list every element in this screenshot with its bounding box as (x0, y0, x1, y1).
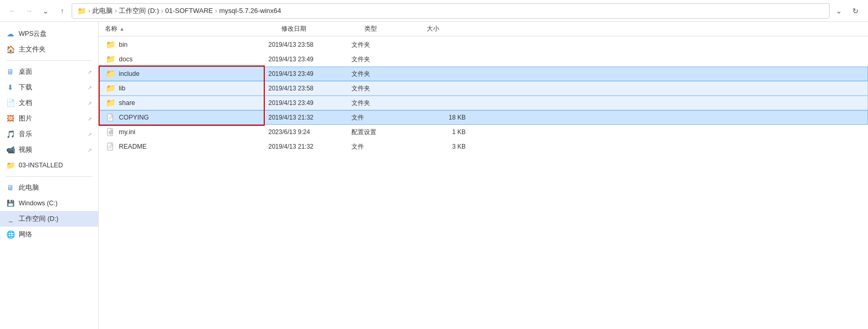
sidebar-item-pics[interactable]: 🖼 图片 ➚ (0, 111, 98, 126)
sidebar-label-home: 主文件夹 (19, 45, 92, 54)
file-icon-readme (105, 141, 116, 152)
file-name-cell-myini: my.ini (105, 127, 268, 137)
thispc-icon: 🖥 (6, 183, 15, 192)
file-row-docs[interactable]: 📁 docs 2019/4/13 23:49 文件夹 (99, 52, 868, 67)
file-row-share[interactable]: 📁 share 2019/4/13 23:49 文件夹 (99, 96, 868, 110)
network-icon: 🌐 (6, 230, 15, 239)
file-type-lib: 文件夹 (351, 84, 414, 93)
sidebar-item-windows[interactable]: 💾 Windows (C:) (0, 195, 98, 211)
sidebar-item-videos[interactable]: 📹 视频 ➚ (0, 142, 98, 157)
work-icon: ⎯ (6, 215, 15, 223)
col-date-header[interactable]: 修改日期 (281, 24, 364, 33)
sidebar-item-work[interactable]: ⎯ 工作空间 (D:) (0, 211, 98, 227)
file-name-cell-copying: COPYING (105, 112, 268, 123)
svg-point-6 (110, 132, 111, 133)
pics-icon: 🖼 (6, 114, 15, 123)
file-row-include[interactable]: 📁 include 2019/4/13 23:49 文件夹 (99, 67, 868, 81)
file-row-lib[interactable]: 📁 lib 2019/4/13 23:58 文件夹 (99, 81, 868, 96)
videos-pin: ➚ (88, 147, 92, 153)
path-sep3: › (215, 7, 217, 15)
file-list: 📁 bin 2019/4/13 23:58 文件夹 📁 docs 2019/4/… (99, 36, 868, 155)
sidebar-item-desktop[interactable]: 🖥 桌面 ➚ (0, 64, 98, 80)
file-size-readme: 3 KB (414, 143, 466, 150)
downloads-pin: ➚ (88, 85, 92, 90)
back-button[interactable]: ← (5, 4, 20, 18)
dropdown-button[interactable]: ⌄ (38, 4, 53, 18)
folder-icon: 📁 (77, 7, 86, 15)
sidebar-label-installed: 03-INSTALLED (19, 162, 92, 169)
sidebar-item-docs[interactable]: 📄 文档 ➚ (0, 95, 98, 111)
file-name-lib: lib (119, 85, 126, 92)
file-name-docs: docs (119, 56, 132, 63)
sidebar-label-music: 音乐 (19, 130, 84, 139)
folder-icon-bin: 📁 (105, 40, 116, 50)
sidebar-label-desktop: 桌面 (19, 68, 84, 76)
path-mysql[interactable]: mysql-5.7.26-winx64 (219, 7, 281, 15)
sidebar-label-thispc: 此电脑 (19, 183, 92, 192)
address-dropdown-button[interactable]: ⌄ (832, 4, 846, 18)
refresh-button[interactable]: ↻ (848, 4, 863, 18)
docs-icon: 📄 (6, 99, 15, 107)
svg-rect-0 (107, 114, 113, 121)
file-row-readme[interactable]: README 2019/4/13 21:32 文件 3 KB (99, 139, 868, 154)
sidebar-label-videos: 视频 (19, 146, 84, 154)
sidebar-label-docs: 文档 (19, 99, 84, 108)
col-type-header[interactable]: 类型 (364, 24, 427, 33)
sidebar-item-network[interactable]: 🌐 网络 (0, 227, 98, 242)
sidebar-divider-1 (6, 60, 92, 61)
sidebar-item-home[interactable]: 🏠 主文件夹 (0, 42, 98, 57)
file-area: 名称 ▲ 修改日期 类型 大小 📁 bin 2019/4/13 23:58 文件… (99, 22, 868, 329)
file-name-cell-lib: 📁 lib (105, 83, 268, 94)
file-type-docs: 文件夹 (351, 55, 414, 64)
sidebar-item-wps[interactable]: ☁ WPS云盘 (0, 26, 98, 42)
file-type-include: 文件夹 (351, 70, 414, 78)
file-name-cell-docs: 📁 docs (105, 54, 268, 64)
file-size-copying: 18 KB (414, 114, 466, 121)
file-name-include: include (119, 70, 140, 77)
path-thispc[interactable]: 此电脑 (92, 6, 113, 16)
file-size-myini: 1 KB (414, 128, 466, 136)
forward-button[interactable]: → (22, 4, 36, 18)
file-date-bin: 2019/4/13 23:58 (268, 41, 351, 48)
file-date-copying: 2019/4/13 21:32 (268, 114, 351, 121)
path-software[interactable]: 01-SOFTWARE (165, 7, 213, 15)
svg-rect-7 (107, 143, 113, 150)
file-icon-myini (105, 127, 116, 137)
sidebar-label-wps: WPS云盘 (19, 30, 92, 38)
file-type-readme: 文件 (351, 142, 414, 151)
file-name-copying: COPYING (119, 114, 149, 121)
path-separator: › (88, 7, 90, 15)
file-date-lib: 2019/4/13 23:58 (268, 85, 351, 92)
file-row-copying[interactable]: COPYING 2019/4/13 21:32 文件 18 KB (99, 110, 868, 125)
address-path: 📁 › 此电脑 › 工作空间 (D:) › 01-SOFTWARE › mysq… (72, 3, 830, 19)
file-type-share: 文件夹 (351, 99, 414, 108)
sidebar-label-downloads: 下载 (19, 83, 84, 92)
path-work[interactable]: 工作空间 (D:) (119, 6, 159, 16)
file-name-cell-readme: README (105, 141, 268, 152)
col-name-header[interactable]: 名称 ▲ (105, 24, 281, 33)
windows-icon: 💾 (6, 199, 15, 207)
addressbar: ← → ⌄ ↑ 📁 › 此电脑 › 工作空间 (D:) › 01-SOFTWAR… (0, 0, 868, 22)
col-size-header[interactable]: 大小 (427, 24, 479, 33)
up-button[interactable]: ↑ (55, 4, 70, 18)
installed-icon: 📁 (6, 161, 15, 169)
videos-icon: 📹 (6, 146, 15, 154)
sidebar-item-downloads[interactable]: ⬇ 下载 ➚ (0, 80, 98, 95)
wps-icon: ☁ (6, 30, 15, 38)
downloads-icon: ⬇ (6, 83, 15, 91)
file-name-readme: README (119, 143, 146, 150)
sidebar-item-music[interactable]: 🎵 音乐 ➚ (0, 126, 98, 142)
file-row-bin[interactable]: 📁 bin 2019/4/13 23:58 文件夹 (99, 37, 868, 52)
sidebar-item-installed[interactable]: 📁 03-INSTALLED (0, 157, 98, 173)
file-row-myini[interactable]: my.ini 2023/6/13 9:24 配置设置 1 KB (99, 125, 868, 139)
main-area: ☁ WPS云盘 🏠 主文件夹 🖥 桌面 ➚ ⬇ 下载 ➚ 📄 文档 ➚ 🖼 图片… (0, 22, 868, 329)
sort-arrow-icon: ▲ (119, 26, 125, 32)
sidebar-divider-2 (6, 176, 92, 177)
file-date-include: 2019/4/13 23:49 (268, 70, 351, 77)
sidebar-item-thispc[interactable]: 🖥 此电脑 (0, 180, 98, 195)
file-icon-copying (105, 112, 116, 123)
folder-icon-docs: 📁 (105, 54, 116, 64)
folder-icon-lib: 📁 (105, 83, 116, 94)
path-sep1: › (115, 7, 117, 15)
desktop-pin: ➚ (88, 69, 92, 75)
